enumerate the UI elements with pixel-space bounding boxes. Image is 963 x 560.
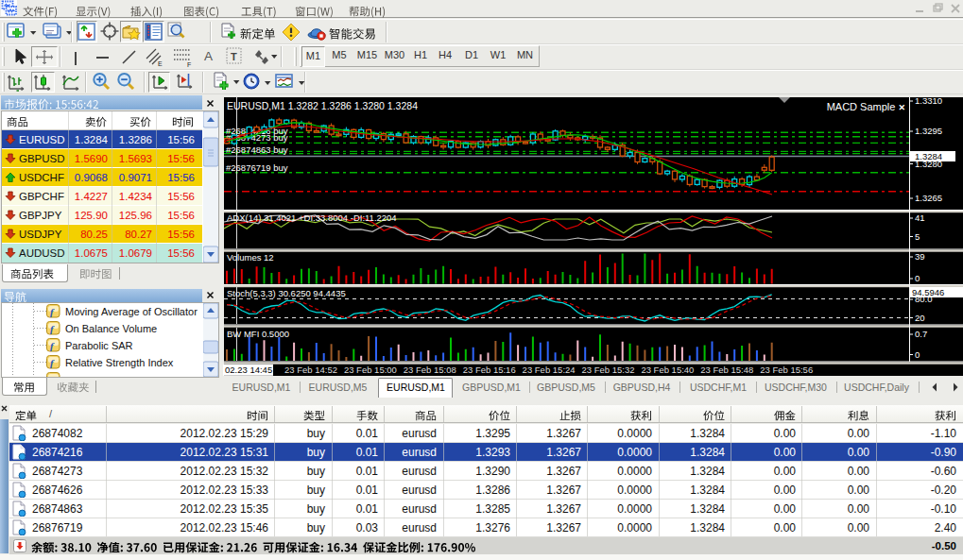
svg-text:23 Feb 14:52: 23 Feb 14:52 bbox=[284, 365, 337, 375]
svg-text:MACD Sample ✕: MACD Sample ✕ bbox=[827, 101, 905, 112]
svg-text:EURUSD,M1 1.3282 1.3286 1.328: EURUSD,M1 1.3282 1.3286 1.3280 1.3284 bbox=[227, 100, 418, 111]
svg-text:Volumes 12: Volumes 12 bbox=[227, 252, 274, 263]
svg-text:1.3310: 1.3310 bbox=[915, 95, 942, 106]
svg-text:02.23 14:45: 02.23 14:45 bbox=[225, 365, 272, 375]
svg-text:23 Feb 15:56: 23 Feb 15:56 bbox=[760, 365, 813, 375]
svg-text:23 Feb 15:40: 23 Feb 15:40 bbox=[641, 365, 694, 375]
svg-text:23 Feb 15:24: 23 Feb 15:24 bbox=[523, 365, 576, 375]
svg-text:23 Feb 15:16: 23 Feb 15:16 bbox=[463, 365, 516, 375]
svg-text:23 Feb 15:48: 23 Feb 15:48 bbox=[700, 365, 753, 375]
svg-text:F: F bbox=[187, 61, 191, 68]
svg-text:94.5946: 94.5946 bbox=[912, 287, 944, 297]
svg-text:0: 0 bbox=[915, 349, 920, 360]
svg-text:ADX(14) 31.4021 +DI:33.8004 -D: ADX(14) 31.4021 +DI:33.8004 -DI:11.2204 bbox=[227, 212, 397, 223]
svg-text:1.3265: 1.3265 bbox=[915, 193, 942, 203]
svg-text:1.3284: 1.3284 bbox=[915, 151, 942, 161]
svg-text:41: 41 bbox=[915, 212, 925, 223]
svg-text:23 Feb 15:08: 23 Feb 15:08 bbox=[404, 365, 456, 375]
svg-text:BW MFI 0.5000: BW MFI 0.5000 bbox=[227, 329, 289, 339]
svg-text:#26876719 buy: #26876719 buy bbox=[226, 162, 288, 173]
svg-text:23 Feb 15:32: 23 Feb 15:32 bbox=[582, 365, 635, 375]
svg-text:5: 5 bbox=[915, 231, 920, 242]
svg-text:Stoch(5,3,3) 30.6250 94.4435: Stoch(5,3,3) 30.6250 94.4435 bbox=[227, 288, 346, 298]
svg-text:T: T bbox=[231, 51, 237, 62]
svg-text:E: E bbox=[158, 60, 163, 67]
svg-text:#26874863 buy: #26874863 buy bbox=[226, 144, 288, 155]
svg-text:20: 20 bbox=[915, 313, 925, 323]
svg-text:1.3295: 1.3295 bbox=[915, 126, 942, 136]
svg-text:39: 39 bbox=[915, 251, 925, 262]
svg-text:0: 0 bbox=[915, 273, 920, 283]
svg-text:0.7: 0.7 bbox=[915, 329, 927, 339]
svg-text:23 Feb 15:00: 23 Feb 15:00 bbox=[344, 365, 397, 375]
